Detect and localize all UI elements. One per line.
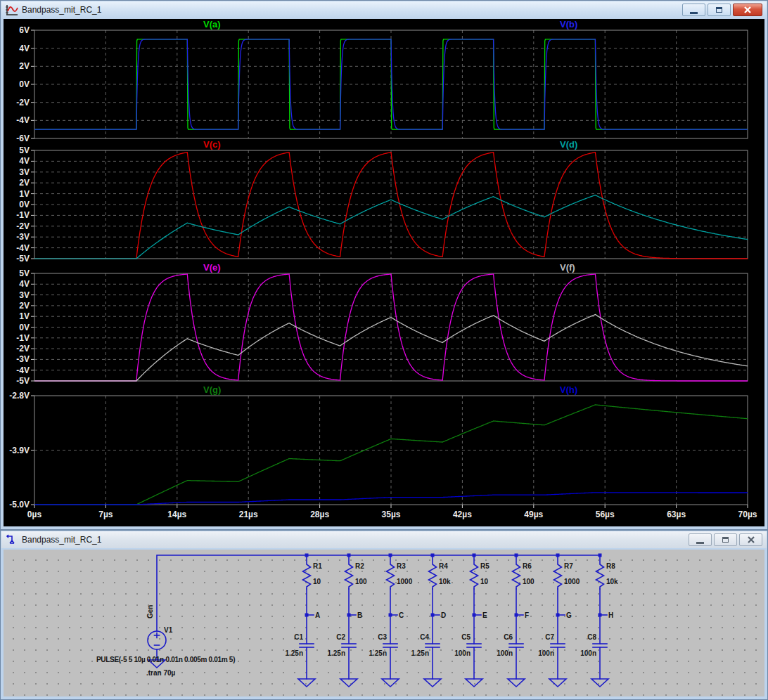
resistor-name[interactable]: R6 bbox=[523, 562, 532, 570]
trace-label-V(f)[interactable]: V(f) bbox=[560, 262, 575, 273]
schematic-drawing[interactable]: R110AC11.25nR2100BC21.25nR31000CC31.25nR… bbox=[4, 550, 766, 698]
schematic-canvas[interactable]: R110AC11.25nR2100BC21.25nR31000CC31.25nR… bbox=[4, 550, 764, 696]
waveform-plot[interactable]: 6V4V2V0V-2V-4V-6VV(a)V(b)5V4V3V2V1V0V-1V… bbox=[4, 19, 766, 528]
node-label-D[interactable]: D bbox=[441, 611, 446, 619]
y-tick-label: 6V bbox=[19, 25, 30, 35]
trace-label-V(e)[interactable]: V(e) bbox=[203, 262, 221, 273]
voltage-source-v1[interactable]: V1GenPULSE(-5 5 10µ 0.01n 0.01n 0.005m 0… bbox=[96, 605, 235, 677]
capacitor-value[interactable]: 1.25n bbox=[327, 649, 345, 657]
capacitor-name[interactable]: C5 bbox=[461, 633, 471, 641]
waveform-window-title: Bandpass_mit_RC_1 bbox=[22, 5, 101, 15]
capacitor-name[interactable]: C6 bbox=[504, 633, 513, 641]
waveform-plot-area[interactable]: 6V4V2V0V-2V-4V-6VV(a)V(b)5V4V3V2V1V0V-1V… bbox=[4, 19, 764, 526]
resistor-symbol-R4[interactable] bbox=[429, 555, 437, 589]
y-tick-label: 3V bbox=[19, 167, 30, 177]
branch-E[interactable]: R510EC5100n bbox=[454, 554, 489, 687]
restore-button[interactable] bbox=[714, 533, 737, 546]
schematic-titlebar[interactable]: Bandpass_mit_RC_1 bbox=[1, 531, 767, 548]
resistor-name[interactable]: R5 bbox=[480, 562, 489, 570]
resistor-symbol-R8[interactable] bbox=[596, 555, 604, 589]
capacitor-value[interactable]: 100n bbox=[580, 649, 596, 657]
source-value-pulse[interactable]: PULSE(-5 5 10µ 0.01n 0.01n 0.005m 0.01m … bbox=[96, 656, 235, 663]
y-tick-label: 0V bbox=[19, 200, 30, 209]
resistor-symbol-R2[interactable] bbox=[345, 555, 353, 589]
plot-pane-4[interactable]: -2.8V-3.9V-5.0VV(g)V(h) bbox=[9, 384, 748, 510]
resistor-value[interactable]: 10k bbox=[439, 578, 451, 585]
branch-D[interactable]: R410kDC41.25n bbox=[411, 554, 451, 687]
branch-G[interactable]: R71000GC7100n bbox=[538, 554, 580, 687]
node-label-F[interactable]: F bbox=[525, 611, 529, 619]
capacitor-name[interactable]: C4 bbox=[420, 633, 429, 641]
x-tick-label: 14µs bbox=[167, 510, 186, 519]
y-tick-label: 4V bbox=[19, 44, 30, 53]
resistor-symbol-R1[interactable] bbox=[303, 555, 311, 589]
capacitor-name[interactable]: C2 bbox=[336, 633, 345, 641]
resistor-name[interactable]: R8 bbox=[606, 562, 615, 570]
branch-H[interactable]: R810kHC8100n bbox=[580, 554, 618, 687]
capacitor-name[interactable]: C8 bbox=[587, 633, 596, 641]
branch-A[interactable]: R110AC11.25n bbox=[285, 554, 322, 687]
trace-label-V(b)[interactable]: V(b) bbox=[560, 19, 577, 30]
resistor-name[interactable]: R4 bbox=[439, 562, 448, 570]
y-tick-label: -1V bbox=[16, 210, 30, 220]
trace-label-V(g)[interactable]: V(g) bbox=[203, 384, 221, 395]
resistor-name[interactable]: R2 bbox=[355, 562, 364, 570]
node-label-C[interactable]: C bbox=[399, 611, 404, 619]
resistor-value[interactable]: 10 bbox=[480, 578, 489, 585]
net-label-gen[interactable]: Gen bbox=[146, 605, 154, 618]
y-tick-label: -3V bbox=[16, 354, 30, 364]
close-button[interactable] bbox=[733, 4, 762, 16]
capacitor-name[interactable]: C1 bbox=[294, 633, 303, 641]
plot-pane-3[interactable]: 5V4V3V2V1V0V-1V-2V-3V-4V-5VV(e)V(f) bbox=[16, 262, 748, 386]
resistor-value[interactable]: 100 bbox=[355, 578, 367, 585]
minimize-button[interactable] bbox=[682, 4, 705, 16]
resistor-symbol-R6[interactable] bbox=[513, 555, 520, 589]
resistor-name[interactable]: R3 bbox=[397, 562, 406, 570]
capacitor-value[interactable]: 1.25n bbox=[285, 649, 303, 657]
node-label-G[interactable]: G bbox=[566, 611, 572, 619]
resistor-value[interactable]: 1000 bbox=[564, 578, 580, 585]
node-label-E[interactable]: E bbox=[482, 611, 487, 619]
resistor-name[interactable]: R7 bbox=[564, 562, 573, 570]
capacitor-value[interactable]: 100n bbox=[497, 649, 513, 657]
branch-F[interactable]: R6100FC6100n bbox=[497, 554, 535, 687]
resistor-value[interactable]: 100 bbox=[523, 578, 535, 585]
tran-directive[interactable]: .tran 70µ bbox=[146, 669, 176, 677]
ground-symbol bbox=[549, 679, 566, 687]
branch-B[interactable]: R2100BC21.25n bbox=[327, 554, 367, 687]
capacitor-value[interactable]: 1.25n bbox=[411, 649, 429, 657]
resistor-symbol-R3[interactable] bbox=[387, 555, 395, 589]
wire-top-rail[interactable] bbox=[157, 555, 600, 631]
capacitor-value[interactable]: 100n bbox=[538, 649, 554, 657]
capacitor-value[interactable]: 1.25n bbox=[369, 649, 387, 657]
capacitor-value[interactable]: 100n bbox=[454, 649, 471, 657]
plot-pane-1[interactable]: 6V4V2V0V-2V-4V-6VV(a)V(b) bbox=[16, 19, 748, 143]
node-label-A[interactable]: A bbox=[315, 611, 320, 619]
capacitor-name[interactable]: C3 bbox=[378, 633, 387, 641]
resistor-value[interactable]: 10k bbox=[606, 578, 618, 585]
trace-label-V(h)[interactable]: V(h) bbox=[560, 384, 577, 395]
resistor-name[interactable]: R1 bbox=[313, 562, 322, 570]
y-tick-label: 2V bbox=[19, 61, 30, 71]
plot-pane-2[interactable]: 5V4V3V2V1V0V-1V-2V-3V-4V-5VV(c)V(d) bbox=[16, 139, 748, 264]
y-tick-label: -2V bbox=[16, 221, 30, 231]
node-label-B[interactable]: B bbox=[357, 611, 362, 619]
ground-symbol bbox=[591, 679, 608, 687]
resistor-value[interactable]: 10 bbox=[313, 578, 321, 585]
resistor-symbol-R7[interactable] bbox=[554, 555, 562, 589]
resistor-symbol-R5[interactable] bbox=[471, 555, 478, 589]
restore-icon bbox=[716, 7, 722, 13]
trace-label-V(c)[interactable]: V(c) bbox=[203, 139, 221, 150]
close-button[interactable] bbox=[739, 533, 762, 546]
resistor-value[interactable]: 1000 bbox=[397, 578, 413, 585]
restore-button[interactable] bbox=[708, 4, 731, 16]
waveform-titlebar[interactable]: Bandpass_mit_RC_1 bbox=[1, 1, 767, 18]
trace-label-V(a)[interactable]: V(a) bbox=[203, 19, 221, 30]
minimize-button[interactable] bbox=[689, 533, 712, 546]
node-label-H[interactable]: H bbox=[608, 611, 613, 619]
branch-C[interactable]: R31000CC31.25n bbox=[369, 554, 412, 687]
y-tick-label: -5.0V bbox=[9, 500, 30, 510]
trace-label-V(d)[interactable]: V(d) bbox=[560, 139, 577, 150]
source-name[interactable]: V1 bbox=[164, 626, 173, 634]
capacitor-name[interactable]: C7 bbox=[545, 633, 554, 641]
